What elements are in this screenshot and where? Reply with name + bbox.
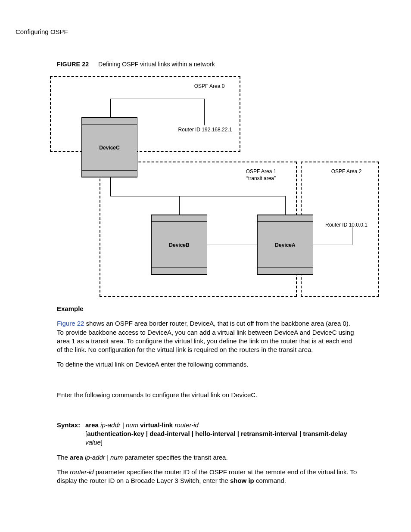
figure-label: FIGURE 22: [57, 61, 89, 68]
line-a0-h: [110, 99, 205, 99]
paragraph-1-rest: shows an OSPF area border router, Device…: [57, 320, 354, 353]
paragraph-routerid: The router-id parameter specifies the ro…: [57, 468, 358, 485]
area1-label-line1: OSPF Area 1: [246, 168, 277, 174]
line-a0-v2: [204, 99, 205, 125]
area1-label: OSPF Area 1 “transit area”: [231, 168, 291, 182]
body-text: Example Figure 22 shows an OSPF area bor…: [57, 305, 358, 485]
syntax-block: Syntax: area ip-addr | num virtual-link …: [57, 421, 358, 447]
device-a-top-bar: [258, 215, 313, 222]
running-header: Configuring OSPF: [16, 28, 395, 36]
p-rid-it: router-id: [70, 468, 94, 476]
line-ba: [207, 245, 257, 245]
line-a1-va: [285, 196, 286, 215]
device-b-top-bar: [152, 215, 207, 222]
line-a2-h: [313, 245, 352, 245]
spacer-2: [57, 405, 358, 421]
line-a2-v: [352, 227, 352, 245]
area0-label: OSPF Area 0: [179, 83, 240, 90]
p-rid-a: The: [57, 468, 70, 476]
p-area-a: The: [57, 454, 70, 461]
syntax-arg-ipaddr: ip-addr: [100, 421, 121, 429]
syntax-line-2: [authentication-key | dead-interval | he…: [85, 429, 358, 438]
line-a1-vb: [179, 196, 180, 215]
device-c-label: DeviceC: [82, 144, 137, 151]
device-a-bot-bar: [258, 268, 313, 274]
syntax-arg-value: value: [85, 439, 101, 446]
p-area-c: parameter specifies the transit area.: [123, 454, 227, 461]
paragraph-1: Figure 22 shows an OSPF area border rout…: [57, 319, 358, 354]
page: Configuring OSPF FIGURE 22 Defining OSPF…: [0, 0, 411, 532]
line-a1-vc: [110, 177, 111, 196]
routerid-a-label: Router ID 10.0.0.1: [316, 221, 377, 228]
device-c-top-bar: [82, 118, 137, 124]
line-a1-h: [110, 196, 285, 196]
area2-label: OSPF Area 2: [316, 168, 377, 175]
device-a-label: DeviceA: [258, 242, 313, 249]
line-a0-v1: [110, 99, 111, 117]
p-area-bold: area: [70, 454, 83, 461]
syntax-kw-area: area: [85, 421, 99, 429]
device-b-label: DeviceB: [152, 242, 207, 249]
syntax-label: Syntax:: [57, 421, 85, 447]
device-b-bot-bar: [152, 268, 207, 274]
routerid-c-label: Router ID 192.168.22.1: [171, 126, 240, 133]
syntax-arg-num: num: [126, 421, 138, 429]
p-area-it: ip-addr | num: [85, 454, 123, 461]
figure-caption: FIGURE 22 Defining OSPF virtual links wi…: [57, 60, 395, 68]
p-rid-c: command.: [254, 477, 286, 484]
device-b: DeviceB: [151, 215, 207, 275]
figure-22-link[interactable]: Figure 22: [57, 320, 84, 327]
p-rid-bold: show ip: [230, 477, 254, 484]
figure-caption-text: Defining OSPF virtual links within a net…: [98, 61, 215, 68]
syntax-kw-virtuallink: virtual-link: [140, 421, 173, 429]
syntax-close-bracket: ]: [101, 439, 103, 446]
device-c-bot-bar: [82, 170, 137, 177]
ospf-diagram: OSPF Area 0 OSPF Area 1 “transit area” O…: [50, 76, 377, 300]
paragraph-2: To define the virtual link on DeviceA en…: [57, 360, 358, 369]
syntax-line-1: area ip-addr | num virtual-link router-i…: [85, 421, 358, 429]
syntax-body: area ip-addr | num virtual-link router-i…: [85, 421, 358, 447]
area1-label-line2: “transit area”: [246, 175, 276, 181]
syntax-line-3: value]: [85, 438, 358, 447]
syntax-arg-routerid: router-id: [174, 421, 199, 429]
paragraph-area: The area ip-addr | num parameter specifi…: [57, 453, 358, 462]
spacer-1: [57, 375, 358, 391]
syntax-pipe-1: |: [121, 421, 126, 429]
example-heading: Example: [57, 305, 358, 313]
device-c: DeviceC: [81, 117, 137, 177]
p-rid-b: parameter specifies the router ID of the…: [57, 468, 357, 484]
paragraph-3: Enter the following commands to configur…: [57, 391, 358, 399]
syntax-options: authentication-key | dead-interval | hel…: [87, 430, 347, 437]
device-a: DeviceA: [257, 215, 313, 275]
